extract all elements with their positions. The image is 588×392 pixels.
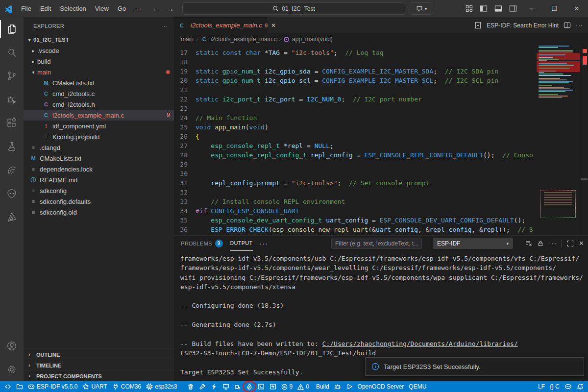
clear-output-icon[interactable] [525,240,532,247]
debug-bug-icon[interactable] [332,381,343,392]
erase-flash-flame-icon[interactable] [244,381,255,392]
breadcrumb-file[interactable]: i2ctools_example_main.c [211,36,277,43]
file-cmakelists-txt[interactable]: MCMakeLists.txt [24,77,174,88]
file-kconfig-projbuild[interactable]: ≡Kconfig.projbuild [24,131,174,142]
menuconfig-gear-icon[interactable] [180,381,185,392]
run-play-icon[interactable] [343,381,355,392]
split-editor-icon[interactable] [564,22,571,29]
maximize-button[interactable]: ☐ [543,0,565,17]
editor-tab[interactable]: C i2ctools_example_main.c 9 ✕ [174,17,268,33]
select-project-icon[interactable] [267,381,279,392]
nav-forward-icon[interactable]: → [167,4,174,13]
tab-problems[interactable]: PROBLEMS 9 [181,236,223,251]
settings-gear-icon[interactable] [0,358,24,381]
qemu[interactable]: QEMU [406,381,429,392]
panel-more-tabs-icon[interactable]: ··· [260,240,268,247]
open-folder-icon[interactable] [14,381,25,392]
warnings-count[interactable]: 0 [295,381,312,392]
esp-idf-version[interactable]: ESP-IDF v5.5.0 [25,381,80,392]
output-channel-select[interactable]: ESP-IDF ▾ [433,238,513,249]
code-line-35[interactable]: 35 esp_console_dev_uart_config_t uart_co… [174,216,537,225]
code-editor[interactable]: 17static const char *TAG = "i2c-tools"; … [174,45,588,235]
terminal-icon[interactable] [255,381,267,392]
output-filter-input[interactable]: Filter (e.g. text, !excludeText, t... [331,238,422,249]
file-cmd-i2ctools-h[interactable]: Ccmd_i2ctools.h [24,99,174,110]
file-readme-md[interactable]: ⓘREADME.md [24,174,174,185]
section-outline[interactable]: ›OUTLINE [24,349,174,360]
code-line-29[interactable]: 29 [174,160,537,169]
file-cmd-i2ctools-c[interactable]: Ccmd_i2ctools.c [24,88,174,99]
custom-task-icon[interactable] [196,381,208,392]
errors-count[interactable]: 9 [279,381,295,392]
tab-output[interactable]: OUTPUT [230,236,253,251]
code-line-30[interactable]: 30 [174,169,537,178]
file-sdkconfig[interactable]: ≡sdkconfig [24,185,174,196]
code-line-32[interactable]: 32 [174,188,537,197]
notifications-bell-icon[interactable] [574,381,586,392]
output-path-link[interactable]: ESP32-S3-Touch-LCD-7-Demo/ESP-IDF/01_I2C… [180,349,376,357]
section-project-components[interactable]: ›PROJECT COMPONENTS [24,370,174,381]
folder-main[interactable]: ▾main [24,67,174,77]
toggle-panel-icon[interactable] [491,0,506,17]
copilot-button[interactable]: ▾ [410,2,433,15]
code-line-24[interactable]: 24// Main function [174,113,537,122]
file-sdkconfig-old[interactable]: ≡sdkconfig.old [24,207,174,218]
device-target[interactable]: esp32s3 [144,381,179,392]
editor-more-actions-icon[interactable]: ··· [576,22,583,29]
file-sdkconfig-defaults[interactable]: ≡sdkconfig.defaults [24,196,174,207]
cmake-icon[interactable] [0,205,24,229]
breadcrumb-symbol[interactable]: app_main(void) [292,36,333,43]
explorer-icon[interactable] [0,17,24,41]
maximize-panel-icon[interactable] [567,240,574,247]
menu-selection[interactable]: Selection [55,0,90,17]
code-line-31[interactable]: 31 repl_config.prompt = "i2c-tools>"; //… [174,178,537,188]
code-line-36[interactable]: 36 ESP_ERROR_CHECK(esp_console_new_repl_… [174,225,537,234]
explorer-more-actions-icon[interactable]: ··· [161,23,168,29]
folder--vscode[interactable]: ▸.vscode [24,45,174,56]
espressif-idf-icon[interactable] [0,158,24,182]
menu-file[interactable]: File [17,0,36,17]
build-task[interactable]: Build [312,381,332,392]
command-center-search[interactable]: 01_I2C_Test [182,2,405,15]
file-i2ctools-example-main-c[interactable]: Ci2ctools_example_main.c9 [24,110,174,121]
close-button[interactable]: ✕ [565,0,588,17]
notification-toast[interactable]: Target ESP32S3 Set Successfully. [365,357,584,376]
code-line-28[interactable]: 28 esp_console_repl_config_t repl_config… [174,150,537,160]
openocd-server[interactable]: OpenOCD Server [355,381,407,392]
extensions-icon[interactable] [0,111,24,135]
code-line-17[interactable]: 17static const char *TAG = "i2c-tools"; … [174,48,537,57]
menu-edit[interactable]: Edit [36,0,55,17]
nav-back-icon[interactable]: ← [152,4,160,13]
panel-more-actions-icon[interactable]: ··· [549,240,557,247]
breadcrumb-folder[interactable]: main [181,36,194,43]
code-line-19[interactable]: 19static gpio_num_t i2c_gpio_sda = CONFI… [174,67,537,76]
esp-idf-hint-icon[interactable] [474,22,482,29]
esp-idf-hint-label[interactable]: ESP-IDF: Search Error Hint [487,22,559,29]
code-line-26[interactable]: 26{ [174,132,537,141]
remote-icon[interactable] [2,381,14,392]
flash-method-uart[interactable]: UART [80,381,109,392]
alien-bot-icon[interactable] [0,182,24,205]
code-line-25[interactable]: 25void app_main(void) [174,122,537,132]
section-timeline[interactable]: ›TIMELINE [24,360,174,370]
code-line-27[interactable]: 27 esp_console_repl_t *repl = NULL; [174,141,537,150]
code-line-22[interactable]: 22static i2c_port_t i2c_port = I2C_NUM_0… [174,95,537,104]
file-cmakelists-txt[interactable]: MCMakeLists.txt [24,153,174,164]
folder-01-i2c-test[interactable]: ▾01_I2C_TEST [24,34,174,45]
minimize-button[interactable]: ─ [520,0,543,17]
menu-[interactable]: ··· [130,0,146,17]
file--clangd[interactable]: ≡.clangd [24,142,174,153]
close-panel-icon[interactable]: ✕ [579,240,584,247]
menu-view[interactable]: View [91,0,113,17]
flash-icon[interactable] [208,381,220,392]
folder-build[interactable]: ▸build [24,56,174,67]
account-icon[interactable] [0,334,24,358]
code-line-23[interactable]: 23 [174,104,537,113]
toggle-secondary-sidebar-icon[interactable] [506,0,520,17]
editor-scrollbar[interactable] [581,45,588,235]
file-idf-component-yml[interactable]: !idf_component.yml [24,121,174,131]
code-line-21[interactable]: 21 [174,85,537,95]
source-control-icon[interactable] [0,64,24,88]
run-debug-icon[interactable] [0,88,24,111]
scroll-lock-icon[interactable] [537,240,544,247]
